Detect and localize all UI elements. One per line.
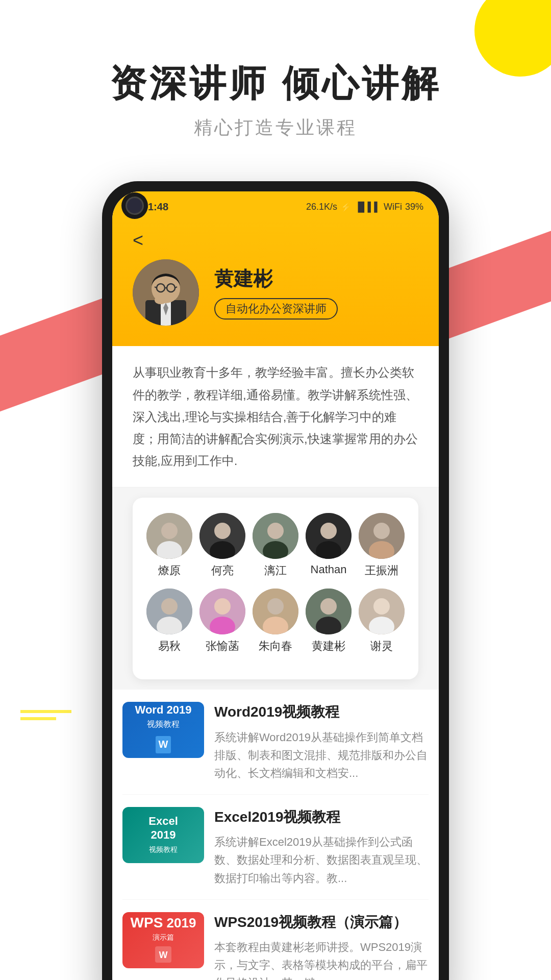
- page-title: 资深讲师 倾心讲解: [0, 61, 551, 105]
- course-info: Word2019视频教程 系统讲解Word2019从基础操作到简单文档排版、制表…: [214, 702, 429, 782]
- instructor-name: 王振洲: [365, 563, 398, 578]
- svg-point-18: [267, 523, 284, 539]
- svg-point-30: [214, 598, 231, 615]
- instructor-item[interactable]: 何亮: [199, 513, 245, 578]
- instructor-avatar: [253, 589, 298, 634]
- instructor-avatar: [253, 513, 298, 559]
- course-desc: 系统讲解Word2019从基础操作到简单文档排版、制表和图文混排、规范排版和办公…: [214, 728, 429, 782]
- instructor-name: 朱向春: [259, 639, 292, 654]
- svg-text:W: W: [159, 950, 168, 960]
- instructor-item[interactable]: 黄建彬: [306, 589, 352, 654]
- instructor-name: 张愉菡: [206, 639, 239, 654]
- course-thumbnail: Excel2019视频教程: [122, 807, 204, 863]
- instructor-avatar: [146, 513, 192, 559]
- svg-point-12: [161, 523, 178, 539]
- network-speed: 26.1K/s: [306, 202, 337, 212]
- instructor-avatar: [146, 589, 192, 634]
- instructor-item[interactable]: 燎原: [146, 513, 192, 578]
- svg-point-27: [161, 598, 178, 615]
- teacher-avatar: [133, 259, 199, 326]
- instructor-name: 谢灵: [370, 639, 393, 654]
- page-subtitle: 精心打造专业课程: [0, 115, 551, 140]
- status-right: 26.1K/s ⚡ ▐▌▌▌ WiFi 39%: [306, 202, 423, 213]
- instructors-grid: 燎原 何亮 漓江: [133, 498, 418, 679]
- wifi-icon: WiFi: [384, 202, 402, 212]
- instructor-avatar: [359, 589, 405, 634]
- battery: 39%: [405, 202, 423, 212]
- instructors-row-1: 燎原 何亮 漓江: [143, 513, 408, 578]
- camera-notch: [121, 192, 148, 219]
- instructor-avatar: [359, 513, 405, 559]
- teacher-info: 黄建彬 自动化办公资深讲师: [214, 266, 418, 320]
- course-info: Excel2019视频教程 系统讲解Excel2019从基础操作到公式函数、数据…: [214, 807, 429, 887]
- instructor-name: 燎原: [158, 563, 181, 578]
- phone-mockup-wrapper: 下午1:48 26.1K/s ⚡ ▐▌▌▌ WiFi 39% <: [0, 181, 551, 980]
- course-item[interactable]: WPS 2019 演示篇 W WPS201: [122, 900, 429, 980]
- teacher-description: 从事职业教育十多年，教学经验丰富。擅长办公类软件的教学，教程详细,通俗易懂。教学…: [112, 346, 439, 487]
- svg-point-15: [214, 523, 231, 539]
- phone-frame: 下午1:48 26.1K/s ⚡ ▐▌▌▌ WiFi 39% <: [102, 181, 449, 980]
- course-thumbnail: Word 2019视频教程 W: [122, 702, 204, 758]
- svg-point-24: [373, 523, 390, 539]
- svg-point-36: [320, 598, 337, 615]
- instructor-name-nathan: Nathan: [311, 563, 347, 576]
- instructor-item[interactable]: 王振洲: [359, 513, 405, 578]
- teacher-badge: 自动化办公资深讲师: [214, 298, 338, 320]
- instructor-item[interactable]: 张愉菡: [199, 589, 245, 654]
- svg-point-33: [267, 598, 284, 615]
- instructor-name: 黄建彬: [312, 639, 345, 654]
- teacher-name: 黄建彬: [214, 266, 418, 292]
- course-info: WPS2019视频教程（演示篇） 本套教程由黄建彬老师讲授。WPS2019演示，…: [214, 912, 429, 980]
- signal-icon: ▐▌▌▌: [355, 202, 381, 212]
- course-list: Word 2019视频教程 W Word2019视频教程: [112, 690, 439, 980]
- instructor-name: 易秋: [158, 639, 181, 654]
- instructor-item[interactable]: Nathan: [306, 513, 352, 578]
- instructors-row-2: 易秋 张愉菡 朱向春: [143, 589, 408, 654]
- svg-text:W: W: [159, 739, 168, 750]
- svg-point-10: [155, 296, 167, 304]
- instructor-name: 漓江: [264, 563, 287, 578]
- phone-inner: 下午1:48 26.1K/s ⚡ ▐▌▌▌ WiFi 39% <: [112, 191, 439, 980]
- svg-point-21: [320, 523, 337, 539]
- course-thumbnail: WPS 2019 演示篇 W: [122, 912, 204, 968]
- instructor-item[interactable]: 漓江: [253, 513, 298, 578]
- course-title: Excel2019视频教程: [214, 807, 429, 827]
- course-item[interactable]: Excel2019视频教程 Excel2019视频教程 系统讲解Excel201…: [122, 795, 429, 900]
- course-desc: 系统讲解Excel2019从基础操作到公式函数、数据处理和分析、数据图表直观呈现…: [214, 833, 429, 887]
- course-desc: 本套教程由黄建彬老师讲授。WPS2019演示，与文字、表格等模块构成的平台，扁平…: [214, 938, 429, 980]
- instructor-item[interactable]: 朱向春: [253, 589, 298, 654]
- course-title: Word2019视频教程: [214, 702, 429, 722]
- instructor-avatar: [199, 513, 245, 559]
- instructor-avatar: [306, 589, 352, 634]
- header-section: 资深讲师 倾心讲解 精心打造专业课程: [0, 0, 551, 171]
- svg-point-39: [373, 598, 390, 615]
- instructor-avatar: [199, 589, 245, 634]
- course-title: WPS2019视频教程（演示篇）: [214, 912, 429, 932]
- status-bar: 下午1:48 26.1K/s ⚡ ▐▌▌▌ WiFi 39%: [112, 191, 439, 219]
- instructor-item[interactable]: 谢灵: [359, 589, 405, 654]
- back-button[interactable]: <: [133, 230, 418, 251]
- bluetooth-icon: ⚡: [340, 202, 352, 213]
- instructor-item[interactable]: 易秋: [146, 589, 192, 654]
- course-item[interactable]: Word 2019视频教程 W Word2019视频教程: [122, 690, 429, 795]
- instructor-name: 何亮: [211, 563, 234, 578]
- instructor-avatar: [306, 513, 352, 559]
